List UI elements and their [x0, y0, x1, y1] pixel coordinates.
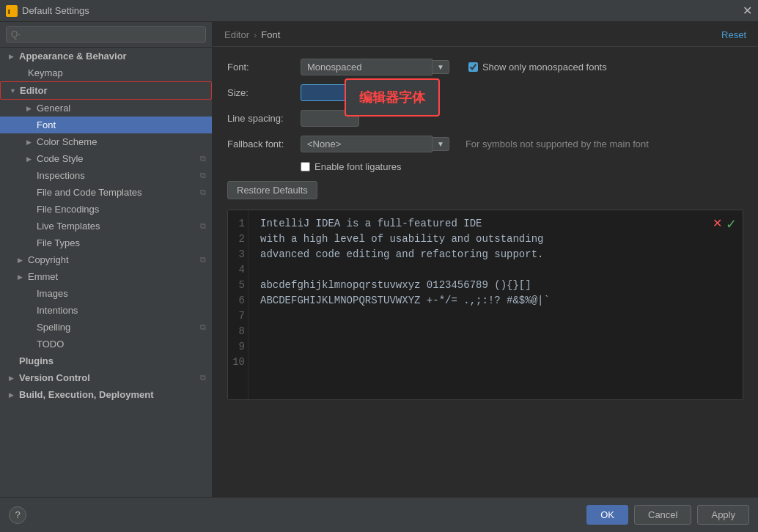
ligatures-row: Enable font ligatures — [227, 161, 743, 172]
restore-defaults-button[interactable]: Restore Defaults — [227, 181, 317, 199]
sidebar-item-filetypes[interactable]: File Types — [0, 234, 212, 251]
ok-button[interactable]: OK — [586, 505, 628, 525]
app-icon: I — [6, 5, 18, 17]
sidebar-item-label-intentions: Intentions — [37, 305, 78, 316]
breadcrumb-current: Font — [261, 29, 280, 40]
breadcrumb-separator: › — [254, 29, 257, 40]
bottom-bar: ? OK Cancel Apply — [0, 497, 758, 532]
size-input[interactable]: 18 — [301, 84, 359, 101]
code-line: ABCDEFGHIJKLMNOPQRSTUVWXYZ +-*/= .,;:!? … — [260, 293, 737, 309]
sidebar-item-label-filetypes: File Types — [37, 237, 80, 248]
line-number: 3 — [231, 247, 245, 262]
search-input[interactable] — [6, 26, 206, 43]
arrow-icon-colorscheme — [26, 138, 34, 146]
arrow-icon-versioncontrol — [9, 374, 16, 382]
font-row: Font: Monospaced ▼ Show only monospaced … — [227, 59, 743, 75]
code-area: IntelliJ IDEA is a full-featured IDEwith… — [254, 210, 743, 376]
sidebar-item-label-colorscheme: Color Scheme — [37, 136, 97, 147]
code-line: abcdefghijklmnopqrstuvwxyz 0123456789 ()… — [260, 278, 737, 293]
sidebar-item-filecodetemplates[interactable]: File and Code Templates⧉ — [0, 184, 212, 201]
ligatures-checkbox[interactable] — [301, 162, 310, 171]
line-spacing-row: Line spacing: 1.0 — [227, 110, 743, 127]
sidebar-item-codestyle[interactable]: Code Style⧉ — [0, 150, 212, 167]
line-number: 6 — [231, 293, 245, 309]
line-number: 10 — [231, 355, 245, 370]
show-monospaced-checkbox-row: Show only monospaced fonts — [468, 62, 607, 73]
sidebar-item-label-spelling: Spelling — [37, 322, 70, 333]
line-number: 4 — [231, 262, 245, 278]
sidebar-item-label-livetemplates: Live Templates — [37, 221, 100, 232]
preview-container: 12345678910 IntelliJ IDEA is a full-feat… — [227, 210, 743, 400]
show-monospaced-label: Show only monospaced fonts — [482, 62, 607, 73]
code-line — [260, 262, 737, 278]
sidebar-item-colorscheme[interactable]: Color Scheme — [0, 133, 212, 150]
show-monospaced-checkbox[interactable] — [468, 62, 478, 72]
sidebar-item-label-emmet: Emmet — [28, 271, 58, 282]
sidebar-item-versioncontrol[interactable]: Version Control⧉ — [0, 369, 212, 386]
sidebar-item-todo[interactable]: TODO — [0, 336, 212, 352]
sidebar-item-label-general: General — [37, 103, 70, 114]
fallback-font-select-container: <None> ▼ — [301, 136, 449, 152]
sidebar-item-appearance[interactable]: Appearance & Behavior — [0, 48, 212, 64]
help-button[interactable]: ? — [9, 506, 26, 524]
sidebar-item-editor[interactable]: Editor — [0, 81, 212, 100]
line-numbers: 12345678910 — [228, 210, 249, 399]
close-button[interactable]: ✕ — [743, 5, 752, 17]
arrow-icon-copyright — [18, 256, 25, 264]
cancel-button[interactable]: Cancel — [634, 505, 691, 525]
sidebar-item-label-appearance: Appearance & Behavior — [19, 51, 127, 62]
sidebar-item-spelling[interactable]: Spelling⧉ — [0, 319, 212, 336]
sidebar-item-keymap[interactable]: Keymap — [0, 64, 212, 81]
arrow-icon-general — [26, 105, 34, 112]
code-line: with a high level of usability and outst… — [260, 232, 737, 247]
sidebar-item-images[interactable]: Images — [0, 285, 212, 302]
copy-icon-spelling: ⧉ — [200, 322, 206, 332]
sidebar-item-emmet[interactable]: Emmet — [0, 268, 212, 285]
line-number: 7 — [231, 309, 245, 324]
font-select[interactable]: Monospaced — [301, 59, 433, 75]
sidebar-item-label-todo: TODO — [37, 339, 64, 350]
sidebar-item-plugins[interactable]: Plugins — [0, 352, 212, 369]
content-body: Font: Monospaced ▼ Show only monospaced … — [213, 47, 758, 497]
breadcrumb-parent: Editor — [224, 29, 249, 40]
line-number: 8 — [231, 324, 245, 339]
popup-text: 编辑器字体 — [359, 90, 425, 105]
sidebar-item-inspections[interactable]: Inspections⧉ — [0, 167, 212, 184]
ligatures-checkbox-row: Enable font ligatures — [301, 161, 402, 172]
copy-icon-codestyle: ⧉ — [200, 154, 206, 163]
sidebar-item-buildexecution[interactable]: Build, Execution, Deployment — [0, 386, 212, 403]
arrow-icon-emmet — [18, 273, 25, 281]
sidebar-item-label-editor: Editor — [20, 85, 48, 96]
sidebar-item-font[interactable]: Font — [0, 117, 212, 133]
font-dropdown-button[interactable]: ▼ — [433, 60, 449, 74]
line-spacing-input[interactable]: 1.0 — [301, 110, 359, 127]
line-number: 1 — [231, 216, 245, 232]
line-number: 5 — [231, 278, 245, 293]
sidebar-item-copyright[interactable]: Copyright⧉ — [0, 251, 212, 268]
copy-icon-inspections: ⧉ — [200, 171, 206, 180]
code-line — [260, 339, 737, 355]
fallback-font-select[interactable]: <None> — [301, 136, 433, 152]
fallback-font-label: Fallback font: — [227, 138, 293, 149]
code-line: advanced code editing and refactoring su… — [260, 247, 737, 262]
sidebar-item-label-plugins: Plugins — [19, 355, 54, 366]
arrow-icon-appearance — [9, 53, 16, 60]
sidebar-item-label-versioncontrol: Version Control — [19, 372, 90, 383]
reset-link[interactable]: Reset — [721, 29, 746, 40]
fallback-font-dropdown-button[interactable]: ▼ — [433, 137, 449, 151]
sidebar-item-label-copyright: Copyright — [28, 254, 69, 265]
sidebar-item-livetemplates[interactable]: Live Templates⧉ — [0, 218, 212, 234]
sidebar-item-fileencodings[interactable]: File Encodings — [0, 201, 212, 218]
ligatures-label: Enable font ligatures — [314, 161, 402, 172]
sidebar-item-intentions[interactable]: Intentions — [0, 302, 212, 319]
arrow-icon-editor — [10, 87, 17, 95]
line-number: 2 — [231, 232, 245, 247]
size-row: Size: 18 编辑器字体 — [227, 84, 743, 101]
font-label: Font: — [227, 62, 293, 73]
font-select-container: Monospaced ▼ — [301, 59, 449, 75]
sidebar-item-label-codestyle: Code Style — [37, 153, 84, 164]
code-line: IntelliJ IDEA is a full-featured IDE — [260, 216, 737, 232]
apply-button[interactable]: Apply — [697, 505, 749, 525]
x-mark-icon: ✕ — [713, 216, 722, 230]
sidebar-item-general[interactable]: General — [0, 100, 212, 117]
